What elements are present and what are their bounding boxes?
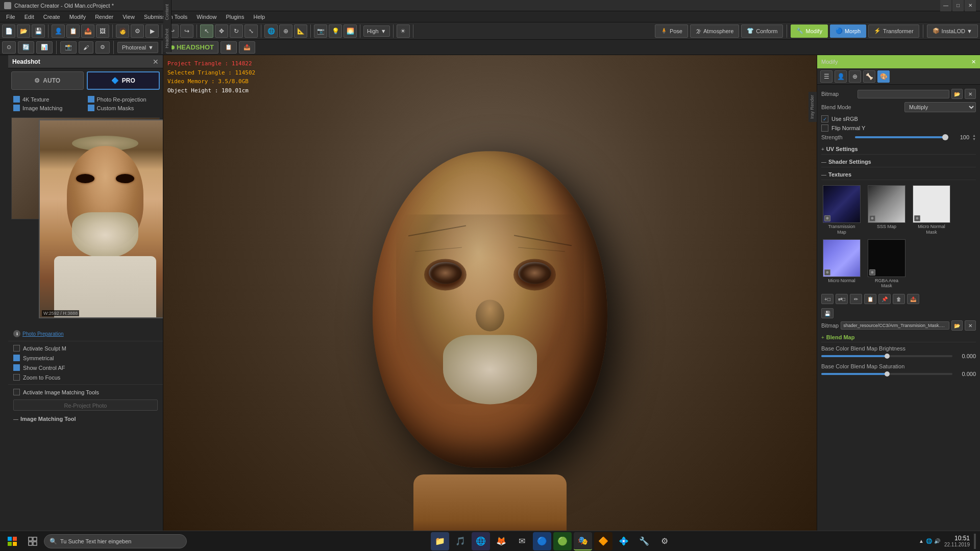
move-button[interactable]: ✥ xyxy=(215,24,228,38)
app-tool1[interactable]: 🔧 xyxy=(635,532,653,550)
popup-photo[interactable]: W:2592 / H:3888 xyxy=(39,119,163,318)
cb-show-control-af[interactable] xyxy=(13,364,20,371)
tex-action-paste[interactable]: 📌 xyxy=(878,294,891,304)
cb-4k-texture[interactable] xyxy=(13,96,20,103)
app-tool2[interactable]: ⚙ xyxy=(655,532,674,550)
tb2-btn2[interactable]: 🔄 xyxy=(18,41,34,54)
cb-activate-sculpt[interactable] xyxy=(13,345,20,352)
tex-icon-sss[interactable]: ⊕ xyxy=(869,215,875,221)
close-button[interactable]: ✕ xyxy=(965,0,976,11)
texture-thumb-micro-normal-mask[interactable]: ⊕ xyxy=(913,185,950,223)
app-explorer[interactable]: 📁 xyxy=(431,532,449,550)
modify-icon-morph[interactable]: ⊕ xyxy=(849,70,861,83)
cb-image-matching[interactable] xyxy=(13,105,20,111)
menu-modify[interactable]: Modify xyxy=(65,13,90,21)
sun-button[interactable]: ☀ xyxy=(397,24,410,38)
bitmap-input[interactable] xyxy=(857,90,949,98)
taskview-button[interactable] xyxy=(23,532,42,550)
cb-flip-normal-y[interactable] xyxy=(821,124,828,132)
animation-button[interactable]: ▶ xyxy=(145,24,159,38)
headshot-plugin-tab[interactable]: HEADSHOT xyxy=(166,41,218,54)
tex-action-edit[interactable]: ✏ xyxy=(850,294,862,304)
blend-map-header[interactable]: + Blend Map xyxy=(821,333,976,342)
add-char-button[interactable]: 👤 xyxy=(52,24,65,38)
redo-button[interactable]: ↪ xyxy=(180,24,193,38)
pivot-button[interactable]: ⊕ xyxy=(279,24,292,38)
search-bar[interactable]: 🔍 Tu Suche Text hier eingeben xyxy=(44,534,187,548)
world-button[interactable]: 🌐 xyxy=(264,24,278,38)
blend-mode-select[interactable]: Multiply xyxy=(904,102,976,112)
app-daz[interactable]: 💠 xyxy=(615,532,633,550)
tb2-btn1[interactable]: ⊙ xyxy=(2,41,16,54)
brightness-thumb[interactable] xyxy=(885,354,890,359)
titlebar-controls[interactable]: — □ ✕ xyxy=(940,0,976,11)
image-matching-toggle[interactable]: — xyxy=(13,416,18,422)
modify-icon-sliders[interactable]: ☰ xyxy=(820,70,832,83)
tex-icon-transmission[interactable]: ⊕ xyxy=(824,215,830,221)
cb-use-srgb[interactable] xyxy=(821,115,828,122)
app-cc[interactable]: 🎭 xyxy=(574,532,592,550)
morph-copy-button[interactable]: 📋 xyxy=(66,24,80,38)
menu-edit[interactable]: Edit xyxy=(20,13,38,21)
bitmap-clear-btn[interactable]: ✕ xyxy=(965,89,976,99)
tb2-photo-btn[interactable]: 📸 xyxy=(60,41,77,54)
menu-file[interactable]: File xyxy=(2,13,19,21)
texture-thumb-transmission[interactable]: ⊕ xyxy=(823,185,861,223)
viewport[interactable]: Project Triangle : 114822 Selected Trian… xyxy=(163,55,817,551)
tb2-brush-btn[interactable]: 🖌 xyxy=(79,41,93,54)
saturation-track[interactable] xyxy=(821,373,952,375)
cb-symmetrical[interactable] xyxy=(13,355,20,361)
app-firefox[interactable]: 🦊 xyxy=(492,532,510,550)
texture-thumb-sss[interactable]: ⊕ xyxy=(868,185,905,223)
select-button[interactable]: ↖ xyxy=(200,24,213,38)
iray-render-tab[interactable]: Iray Render xyxy=(808,92,817,122)
modify-panel-close[interactable]: ✕ xyxy=(971,59,976,65)
rotate-button[interactable]: ↻ xyxy=(230,24,243,38)
tray-arrow[interactable]: ▲ xyxy=(919,538,924,544)
tex-icon-micro-normal[interactable]: ⊕ xyxy=(824,269,830,276)
new-button[interactable]: 📄 xyxy=(2,24,15,38)
tex-action-copy[interactable]: 📋 xyxy=(864,294,876,304)
modify-icon-person[interactable]: 👤 xyxy=(835,70,847,83)
cb-zoom-to-focus[interactable] xyxy=(13,374,20,381)
app-blender[interactable]: 🔶 xyxy=(594,532,612,550)
headshot-export-btn[interactable]: 📤 xyxy=(239,41,255,54)
app-mail[interactable]: ✉ xyxy=(512,532,531,550)
tab-pro[interactable]: 🔷 PRO xyxy=(87,71,160,90)
minimize-button[interactable]: — xyxy=(940,0,951,11)
bitmap-folder-btn[interactable]: 📂 xyxy=(951,89,963,99)
modify-icon-material[interactable]: 🎨 xyxy=(877,70,890,83)
re-project-photo-button[interactable]: Re-Project Photo xyxy=(13,399,158,411)
tex-icon-rgba[interactable]: ⊕ xyxy=(869,269,875,276)
camera-button[interactable]: 📷 xyxy=(314,24,327,38)
cb-photo-reprojection[interactable] xyxy=(88,96,94,103)
save-button[interactable]: 💾 xyxy=(32,24,45,38)
maximize-button[interactable]: □ xyxy=(952,0,964,11)
morph-button[interactable]: ⚙ xyxy=(131,24,144,38)
instalod-button[interactable]: 📦 InstaLOD ▼ xyxy=(927,24,978,38)
texture-thumb-micro-normal[interactable]: ⊕ xyxy=(823,239,861,277)
atmosphere-button[interactable]: 🌫 Atmosphere xyxy=(690,24,739,38)
modify-toolbar-button[interactable]: 🔧 Modify xyxy=(791,24,827,38)
headshot-close-button[interactable]: ✕ xyxy=(153,58,159,66)
tex-action-add[interactable]: +□ xyxy=(821,294,834,304)
conform-button[interactable]: 👕 Conform xyxy=(741,24,783,38)
brightness-track[interactable] xyxy=(821,355,952,357)
tex-action-replace[interactable]: ⇄□ xyxy=(836,294,848,304)
tex-action-save-all[interactable]: 💾 xyxy=(821,308,834,318)
menu-help[interactable]: Help xyxy=(249,13,269,21)
bitmap-path-open-btn[interactable]: 📂 xyxy=(951,320,963,331)
bitmap-path-clear-btn[interactable]: ✕ xyxy=(965,320,976,331)
app-blue[interactable]: 🔵 xyxy=(533,532,551,550)
headshot-copy-btn[interactable]: 📋 xyxy=(220,41,237,54)
texture-thumb-rgba[interactable]: ⊕ xyxy=(868,239,905,277)
cb-custom-masks[interactable] xyxy=(88,105,94,111)
saturation-thumb[interactable] xyxy=(885,371,890,377)
tex-action-export[interactable]: 📤 xyxy=(907,294,919,304)
menu-view[interactable]: View xyxy=(118,13,139,21)
tex-icon-micro-normal-mask[interactable]: ⊕ xyxy=(914,215,920,221)
start-button[interactable] xyxy=(3,532,21,550)
quality-dropdown[interactable]: High ▼ xyxy=(363,26,390,37)
strength-track[interactable] xyxy=(855,136,948,138)
tray-volume-icon[interactable]: 🔊 xyxy=(934,538,940,544)
